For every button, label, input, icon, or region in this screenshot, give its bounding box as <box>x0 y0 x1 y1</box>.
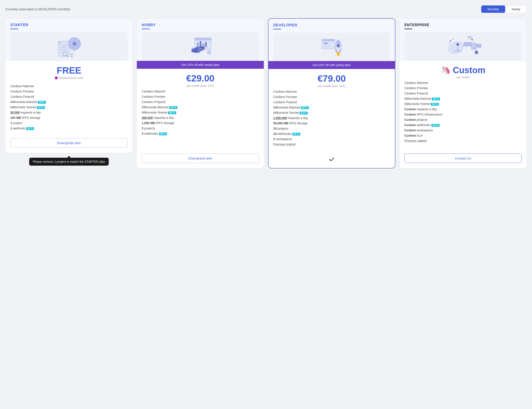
list-item: 1,000,000 requests a day <box>273 115 390 121</box>
svg-point-37 <box>337 53 339 56</box>
features-list-developer: Cardano MainnetCardano PreviewCardano Pr… <box>273 89 390 147</box>
current-plan-check <box>273 156 390 163</box>
list-item: Cardano Mainnet <box>404 80 522 85</box>
svg-text:</>: </> <box>324 42 328 45</box>
svg-point-60 <box>448 43 449 44</box>
plan-body-starter: FREE😈till hell freezes overCardano Mainn… <box>6 61 132 153</box>
svg-point-25 <box>208 52 210 53</box>
plan-card-enterprise: ENTERPRISE 🦄 Customper monthCardano M <box>399 18 527 168</box>
plan-name-starter: STARTER <box>10 23 128 27</box>
list-item: Milkomeda TestnetBETA <box>273 110 390 115</box>
svg-rect-52 <box>476 44 481 47</box>
beta-badge: BETA <box>431 124 439 127</box>
list-item: Custom SLA <box>404 133 522 138</box>
plan-card-starter: STARTER FREE😈till hell freezes overCarda… <box>5 18 133 153</box>
hobby-action-button[interactable]: Downgrade plan <box>142 154 259 163</box>
svg-point-62 <box>475 51 477 53</box>
list-item: 50,000 requests a day <box>10 110 128 115</box>
plan-illustration-developer: </> <box>273 33 390 61</box>
plan-body-developer: €79.00per month (excl. VAT)Cardano Mainn… <box>268 69 395 168</box>
top-bar: Currently subscribed to DEVELOPER (month… <box>5 5 527 13</box>
plan-price-enterprise: 🦄 Custom <box>404 65 522 75</box>
enterprise-action-button[interactable]: Contact Us <box>404 154 522 163</box>
svg-point-57 <box>471 39 473 40</box>
svg-point-22 <box>195 51 197 53</box>
plan-price-sub-starter: 😈till hell freezes over <box>10 76 128 80</box>
list-item: Milkomeda TestnetBETA <box>10 104 128 110</box>
plan-underline-enterprise <box>404 28 412 29</box>
list-item: 1 webhookBETA <box>10 126 128 131</box>
list-item: Cardano Preview <box>10 89 128 94</box>
list-item: Cardano Mainnet <box>142 89 259 94</box>
plan-promo-banner-developer: Get 15% off with yearly plan <box>268 61 395 69</box>
beta-badge: BETA <box>300 112 308 114</box>
svg-rect-13 <box>195 38 211 40</box>
subscription-label: Currently subscribed to DEVELOPER (month… <box>5 8 70 11</box>
list-item: 1 project <box>10 120 128 126</box>
list-item: Milkomeda MainnetBETA <box>142 104 259 110</box>
plan-illustration-hobby <box>142 32 259 61</box>
beta-badge: BETA <box>431 103 439 106</box>
list-item: Custom workspaces <box>404 128 522 133</box>
list-item: Cardano Preprod <box>10 94 128 99</box>
svg-point-33 <box>337 44 340 47</box>
list-item: 300,000 requests a day <box>142 115 259 120</box>
list-item: Milkomeda MainnetBETA <box>273 105 390 110</box>
plan-price-hobby: €29.00 <box>142 73 259 84</box>
billing-toggle: Monthly Yearly <box>481 5 527 13</box>
list-item: Cardano Preprod <box>404 91 522 96</box>
list-item: Cardano Mainnet <box>273 89 390 94</box>
plan-header-hobby: HOBBY <box>137 19 264 61</box>
svg-line-56 <box>473 40 474 43</box>
beta-badge: BETA <box>169 106 177 109</box>
plan-header-developer: DEVELOPER </> <box>268 19 395 61</box>
plan-action-enterprise: Contact Us <box>404 154 522 163</box>
list-item: Custom IPFS infrastructure <box>404 112 522 117</box>
unicorn-icon: 🦄 <box>441 66 450 75</box>
list-item: 3 webhooksBETA <box>142 131 259 136</box>
svg-point-40 <box>342 41 343 42</box>
plans-grid: STARTER FREE😈till hell freezes overCarda… <box>5 18 527 168</box>
list-item: Cardano Preprod <box>142 99 259 104</box>
list-item: Cardano Preprod <box>273 100 390 105</box>
plan-card-hobby: HOBBY Get 15% off with yearly plan€29.00… <box>137 18 264 168</box>
monthly-button[interactable]: Monthly <box>481 6 505 13</box>
plan-underline-hobby <box>142 28 149 29</box>
list-item: Cardano Preview <box>142 94 259 99</box>
svg-point-39 <box>327 52 328 52</box>
plan-action-developer <box>273 151 390 163</box>
plan-price-developer: €79.00 <box>273 73 390 84</box>
list-item: 50,000 MB IPFS Storage <box>273 121 390 126</box>
plan-action-starter: Downgrade plan <box>10 138 128 148</box>
plan-name-enterprise: ENTERPRISE <box>404 23 522 27</box>
plan-body-hobby: €29.00per month (excl. VAT)Cardano Mainn… <box>137 69 264 168</box>
starter-tooltip: Please remove 1 project to match the STA… <box>29 158 109 166</box>
plan-card-developer: DEVELOPER </> Get 15% off with yearly pl… <box>268 18 395 168</box>
list-item: Milkomeda TestnetBETA <box>142 110 259 115</box>
list-item: Milkomeda MainnetBETA <box>404 96 522 101</box>
features-list-hobby: Cardano MainnetCardano PreviewCardano Pr… <box>142 89 259 149</box>
svg-rect-27 <box>322 39 335 41</box>
beta-badge: BETA <box>159 132 167 135</box>
beta-badge: BETA <box>301 106 309 109</box>
list-item: 10 projects <box>273 126 390 131</box>
list-item: 2 workspaces <box>273 136 390 142</box>
plan-underline-starter <box>10 28 18 29</box>
svg-rect-46 <box>464 42 471 46</box>
list-item: Cardano Preview <box>273 94 390 100</box>
list-item: Premium submit <box>404 138 522 143</box>
plan-illustration-enterprise <box>404 32 522 61</box>
beta-badge: BETA <box>432 98 440 100</box>
plan-header-enterprise: ENTERPRISE <box>400 19 526 61</box>
list-item: Cardano Preview <box>404 85 522 91</box>
plan-illustration-starter <box>10 32 128 61</box>
svg-point-8 <box>71 53 73 55</box>
list-item: 10 webhooksBETA <box>273 131 390 136</box>
plan-underline-developer <box>273 29 281 29</box>
starter-action-button[interactable]: Downgrade plan <box>10 138 128 148</box>
yearly-button[interactable]: Yearly <box>505 6 526 13</box>
svg-rect-9 <box>71 55 73 58</box>
list-item: 1,000 MB IPFS Storage <box>142 120 259 126</box>
plan-price-sub-developer: per month (excl. VAT) <box>273 84 390 88</box>
plan-promo-banner-hobby: Get 15% off with yearly plan <box>137 61 264 69</box>
